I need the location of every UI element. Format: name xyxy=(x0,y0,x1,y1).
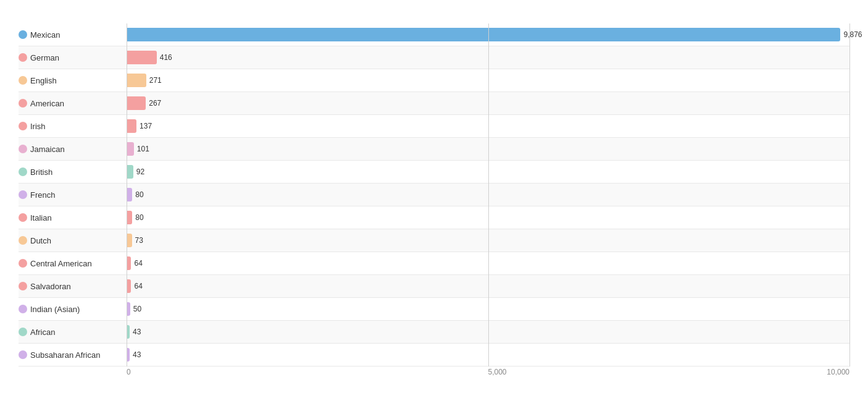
bar-value-label: 271 xyxy=(149,69,162,91)
bar-section: 73 xyxy=(127,229,849,252)
bar-section: 50 xyxy=(127,298,849,320)
bar-fill xyxy=(127,188,132,201)
bar-label: Central American xyxy=(30,259,92,268)
label-area: Central American xyxy=(19,259,127,268)
color-dot xyxy=(19,145,27,153)
bar-row: Dutch73 xyxy=(19,229,849,252)
bar-value-label: 73 xyxy=(135,229,143,252)
bar-value-label: 267 xyxy=(149,92,161,114)
bar-fill xyxy=(127,51,157,64)
bar-value-label: 416 xyxy=(160,46,172,69)
label-area: French xyxy=(19,190,127,200)
bar-label: British xyxy=(30,167,52,177)
label-area: German xyxy=(19,53,127,62)
bar-row: English271 xyxy=(19,69,849,92)
color-dot xyxy=(19,259,27,268)
bar-section: 9,876 xyxy=(127,23,849,46)
label-pill: Jamaican xyxy=(19,145,65,154)
page-wrapper: Mexican9,876German416English271American2… xyxy=(19,12,849,381)
bar-fill xyxy=(127,234,132,247)
bar-section: 101 xyxy=(127,138,849,160)
bar-fill xyxy=(127,325,130,339)
bar-section: 43 xyxy=(127,321,849,343)
bar-label: German xyxy=(30,53,59,62)
color-dot xyxy=(19,190,27,199)
bar-label: English xyxy=(30,76,57,85)
x-tick-0: 0 xyxy=(127,368,131,376)
bar-section: 271 xyxy=(127,69,849,91)
bar-section: 416 xyxy=(127,46,849,69)
label-area: Salvadoran xyxy=(19,282,127,291)
bar-fill xyxy=(127,165,133,179)
chart-container: Mexican9,876German416English271American2… xyxy=(19,23,849,381)
bar-row: Mexican9,876 xyxy=(19,23,849,46)
bar-label: Indian (Asian) xyxy=(30,305,80,314)
bar-section: 64 xyxy=(127,275,849,297)
x-tick-5000: 5,000 xyxy=(488,368,507,376)
bar-row: African43 xyxy=(19,321,849,344)
x-axis-container: 0 5,000 10,000 xyxy=(19,368,849,381)
bar-fill xyxy=(127,28,840,41)
color-dot xyxy=(19,167,27,176)
bar-value-label: 137 xyxy=(140,115,152,137)
label-area: Jamaican xyxy=(19,145,127,154)
label-pill: African xyxy=(19,328,55,337)
label-pill: American xyxy=(19,99,64,108)
color-dot xyxy=(19,76,27,85)
bar-label: Salvadoran xyxy=(30,282,71,291)
bar-label: Jamaican xyxy=(30,145,65,154)
bar-value-label: 80 xyxy=(135,206,143,229)
label-area: Indian (Asian) xyxy=(19,305,127,314)
bar-fill xyxy=(127,302,130,316)
bar-fill xyxy=(127,119,136,133)
label-pill: British xyxy=(19,167,52,177)
bar-value-label: 43 xyxy=(133,321,141,343)
bar-fill xyxy=(127,74,146,87)
bar-section: 80 xyxy=(127,184,849,206)
bar-label: Mexican xyxy=(30,30,60,40)
bar-row: Jamaican101 xyxy=(19,138,849,161)
bar-value-label: 64 xyxy=(134,275,142,297)
bar-label: American xyxy=(30,99,64,108)
bar-row: German416 xyxy=(19,46,849,69)
x-tick-10000: 10,000 xyxy=(827,368,849,376)
color-dot xyxy=(19,30,27,39)
label-pill: Salvadoran xyxy=(19,282,71,291)
bar-section: 92 xyxy=(127,161,849,183)
label-pill: Mexican xyxy=(19,30,60,40)
label-area: Italian xyxy=(19,213,127,222)
bar-label: Italian xyxy=(30,213,52,222)
bar-value-label: 9,876 xyxy=(843,23,862,46)
color-dot xyxy=(19,305,27,313)
bar-label: Irish xyxy=(30,122,46,131)
bar-section: 267 xyxy=(127,92,849,114)
chart-area: Mexican9,876German416English271American2… xyxy=(19,23,849,366)
label-pill: French xyxy=(19,190,55,200)
label-pill: Indian (Asian) xyxy=(19,305,80,314)
bar-label: French xyxy=(30,190,55,200)
label-pill: German xyxy=(19,53,59,62)
label-area: Dutch xyxy=(19,236,127,245)
bar-fill xyxy=(127,256,131,270)
label-pill: Italian xyxy=(19,213,52,222)
color-dot xyxy=(19,350,27,359)
label-area: Subsaharan African xyxy=(19,350,127,360)
bar-row: British92 xyxy=(19,161,849,184)
bar-section: 80 xyxy=(127,206,849,229)
label-pill: Subsaharan African xyxy=(19,350,100,360)
bar-row: American267 xyxy=(19,92,849,115)
bar-label: Dutch xyxy=(30,236,51,245)
bar-row: Salvadoran64 xyxy=(19,275,849,298)
bar-row: Subsaharan African43 xyxy=(19,344,849,366)
label-area: African xyxy=(19,328,127,337)
label-pill: Central American xyxy=(19,259,92,268)
bar-row: Central American64 xyxy=(19,252,849,275)
label-pill: Dutch xyxy=(19,236,51,245)
grid-line xyxy=(849,23,850,366)
bar-label: Subsaharan African xyxy=(30,350,100,360)
bar-row: Italian80 xyxy=(19,206,849,229)
bar-fill xyxy=(127,279,131,293)
label-area: Irish xyxy=(19,122,127,131)
bar-row: French80 xyxy=(19,184,849,206)
color-dot xyxy=(19,236,27,245)
